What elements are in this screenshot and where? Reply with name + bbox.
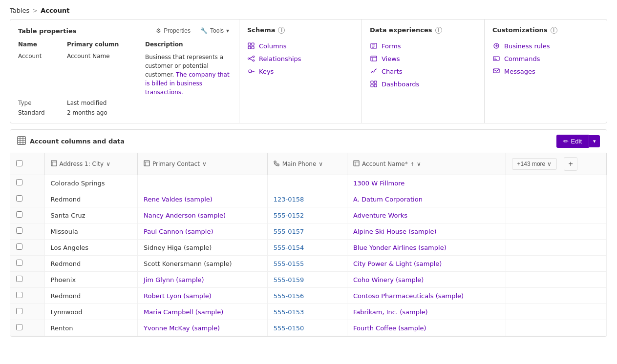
row-checkbox[interactable] [16, 260, 22, 266]
row-checkbox[interactable] [16, 308, 22, 314]
data-exp-charts[interactable]: Charts [370, 65, 476, 78]
add-column-button[interactable]: + [564, 157, 577, 171]
row-contact: Scott Konersmann (sample) [138, 256, 268, 272]
breadcrumb-tables-link[interactable]: Tables [10, 7, 29, 14]
contact-link[interactable]: Robert Lyon (sample) [144, 292, 212, 300]
row-account-name: Coho Winery (sample) [347, 272, 506, 288]
customizations-title: Customizations i [492, 26, 557, 34]
data-exp-views[interactable]: Views [370, 52, 476, 65]
svg-point-9 [249, 70, 252, 73]
svg-line-7 [250, 57, 253, 59]
row-extra [506, 320, 606, 336]
contact-link[interactable]: Rene Valdes (sample) [144, 196, 213, 203]
contact-link[interactable]: Jim Glynn (sample) [144, 276, 204, 283]
row-account-name: Contoso Pharmaceuticals (sample) [347, 288, 506, 304]
row-checkbox[interactable] [16, 179, 22, 185]
main-phone-col-header[interactable]: Main Phone ∨ [267, 153, 347, 175]
account-name-link[interactable]: 1300 W Fillmore [353, 180, 404, 187]
edit-dropdown-button[interactable]: ▾ [589, 135, 600, 147]
desc-link2[interactable]: transactions. [145, 89, 183, 96]
contact-link[interactable]: Maria Campbell (sample) [144, 308, 223, 316]
phone-link[interactable]: 555-0159 [274, 276, 304, 283]
checkbox-col-header [10, 153, 44, 175]
phone-link[interactable]: 555-0155 [274, 260, 304, 267]
custom-messages[interactable]: Messages [492, 65, 599, 78]
row-checkbox[interactable] [16, 324, 22, 330]
row-checkbox[interactable] [16, 292, 22, 298]
row-contact: Sidney Higa (sample) [138, 240, 268, 256]
phone-link[interactable]: 555-0154 [274, 244, 304, 251]
phone-sort-icon: ∨ [319, 161, 323, 167]
row-contact: Nancy Anderson (sample) [138, 207, 268, 223]
primary-col-header: Primary column [67, 41, 145, 50]
row-checkbox-cell [10, 191, 44, 207]
table-properties-panel: Table properties ⚙ Properties 🔧 Tools ▾ … [10, 20, 239, 123]
edit-chevron-icon: ▾ [593, 138, 596, 144]
account-name-col-header[interactable]: Account Name* ↑ ∨ [347, 153, 506, 175]
account-name-link[interactable]: City Power & Light (sample) [353, 260, 442, 267]
customizations-panel: Customizations i Business rules [485, 20, 607, 123]
data-experiences-title: Data experiences i [370, 26, 442, 34]
contact-link[interactable]: Scott Konersmann (sample) [144, 260, 232, 267]
row-city: Redmond [44, 191, 138, 207]
row-checkbox[interactable] [16, 227, 22, 234]
row-checkbox[interactable] [16, 211, 22, 218]
breadcrumb-separator: > [32, 7, 38, 14]
desc-link1[interactable]: The company that is billed in business [145, 71, 230, 87]
account-name-link[interactable]: Coho Winery (sample) [353, 276, 424, 283]
select-all-checkbox[interactable] [16, 160, 22, 166]
row-phone: 555-0157 [267, 223, 347, 240]
schema-title: Schema i [247, 26, 285, 34]
last-modified-label: Last modified [67, 100, 145, 106]
contact-link[interactable]: Nancy Anderson (sample) [144, 212, 226, 219]
contact-link[interactable]: Paul Cannon (sample) [144, 228, 213, 235]
address-city-col-header[interactable]: Address 1: City ∨ [44, 153, 138, 175]
account-name-link[interactable]: Fourth Coffee (sample) [353, 324, 426, 332]
custom-business-rules[interactable]: Business rules [492, 40, 599, 52]
phone-link[interactable]: 555-0156 [274, 292, 304, 300]
account-name-link[interactable]: Contoso Pharmaceuticals (sample) [353, 292, 464, 300]
table-props-grid: Name Primary column Description Account … [18, 41, 231, 116]
row-checkbox[interactable] [16, 243, 22, 250]
more-columns-button[interactable]: +143 more ∨ [512, 158, 557, 170]
charts-label: Charts [382, 68, 403, 75]
dashboards-label: Dashboards [382, 81, 419, 88]
account-chevron-icon: ∨ [417, 161, 421, 167]
row-checkbox[interactable] [16, 195, 22, 202]
data-exp-dashboards[interactable]: Dashboards [370, 78, 476, 90]
row-contact: Robert Lyon (sample) [138, 288, 268, 304]
type-label: Type [18, 100, 67, 106]
contact-link[interactable]: Sidney Higa (sample) [144, 244, 212, 251]
edit-button[interactable]: ✏ Edit [556, 135, 589, 148]
phone-link[interactable]: 123-0158 [274, 196, 304, 203]
row-checkbox[interactable] [16, 276, 22, 282]
account-name-link[interactable]: A. Datum Corporation [353, 196, 423, 203]
custom-commands[interactable]: Commands [492, 52, 599, 65]
schema-link-keys[interactable]: Keys [247, 65, 354, 78]
primary-contact-col-header[interactable]: Primary Contact ∨ [138, 153, 268, 175]
account-name-link[interactable]: Adventure Works [353, 212, 407, 219]
dashboards-icon [370, 80, 378, 88]
address-sort-icon: ∨ [106, 161, 110, 167]
tools-button[interactable]: 🔧 Tools ▾ [198, 26, 231, 35]
data-exp-forms[interactable]: Forms [370, 40, 476, 52]
phone-link[interactable]: 555-0152 [274, 212, 304, 219]
phone-icon [274, 160, 280, 168]
account-name-link[interactable]: Fabrikam, Inc. (sample) [353, 308, 428, 316]
row-extra [506, 304, 606, 320]
properties-button[interactable]: ⚙ Properties [154, 26, 192, 35]
tools-icon: 🔧 [200, 27, 208, 34]
table-row: LynnwoodMaria Campbell (sample)555-0153F… [10, 304, 607, 320]
svg-rect-27 [493, 57, 499, 61]
row-city: Renton [44, 320, 138, 336]
schema-link-relationships[interactable]: Relationships [247, 52, 354, 65]
svg-rect-30 [493, 69, 499, 73]
schema-link-columns[interactable]: Columns [247, 40, 354, 52]
phone-link[interactable]: 555-0157 [274, 228, 304, 235]
row-extra [506, 223, 606, 240]
contact-link[interactable]: Yvonne McKay (sample) [144, 324, 220, 332]
account-name-link[interactable]: Alpine Ski House (sample) [353, 228, 437, 235]
phone-link[interactable]: 555-0150 [274, 324, 304, 332]
phone-link[interactable]: 555-0153 [274, 308, 304, 316]
account-name-link[interactable]: Blue Yonder Airlines (sample) [353, 244, 447, 251]
